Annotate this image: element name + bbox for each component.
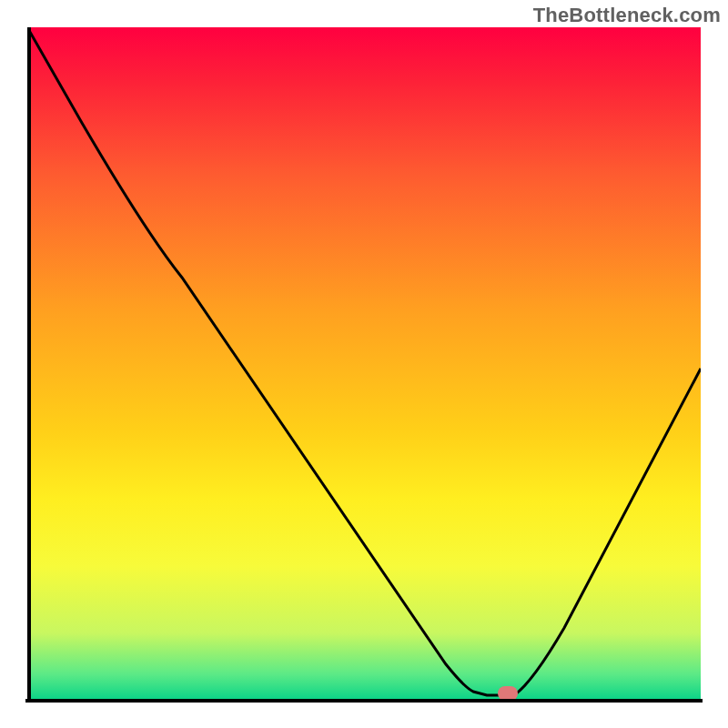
bottleneck-curve bbox=[27, 27, 701, 701]
y-axis bbox=[27, 27, 31, 703]
curve-path bbox=[27, 27, 701, 695]
watermark-text: TheBottleneck.com bbox=[533, 4, 721, 27]
x-axis bbox=[25, 699, 703, 703]
chart-container: TheBottleneck.com bbox=[0, 0, 728, 728]
